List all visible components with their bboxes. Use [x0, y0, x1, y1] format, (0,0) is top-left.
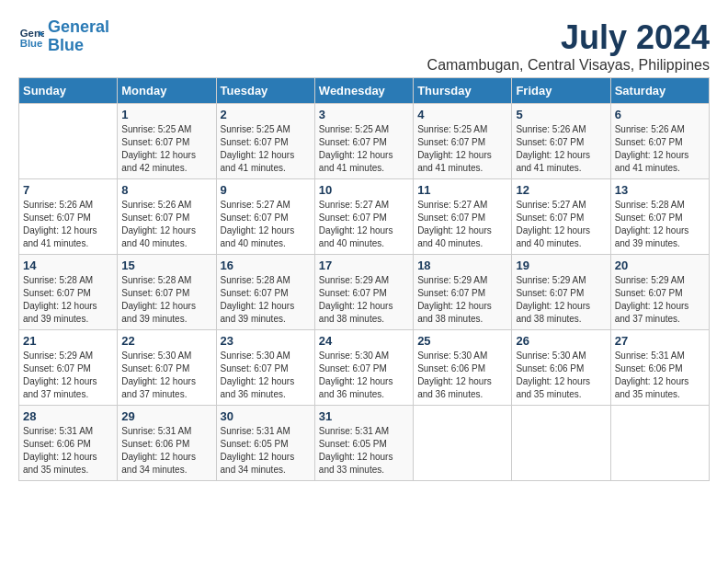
- calendar-cell: 9Sunrise: 5:27 AM Sunset: 6:07 PM Daylig…: [216, 179, 314, 255]
- day-info: Sunrise: 5:30 AM Sunset: 6:06 PM Dayligh…: [417, 350, 507, 401]
- logo-icon: General Blue: [18, 24, 44, 50]
- calendar-cell: 19Sunrise: 5:29 AM Sunset: 6:07 PM Dayli…: [512, 255, 610, 330]
- calendar-week-row: 21Sunrise: 5:29 AM Sunset: 6:07 PM Dayli…: [19, 330, 710, 406]
- title-block: July 2024 Camambugan, Central Visayas, P…: [427, 18, 710, 74]
- calendar-cell: 13Sunrise: 5:28 AM Sunset: 6:07 PM Dayli…: [610, 179, 709, 255]
- day-number: 2: [221, 108, 311, 121]
- day-info: Sunrise: 5:31 AM Sunset: 6:05 PM Dayligh…: [221, 425, 311, 477]
- day-info: Sunrise: 5:28 AM Sunset: 6:07 PM Dayligh…: [121, 274, 211, 326]
- day-info: Sunrise: 5:25 AM Sunset: 6:07 PM Dayligh…: [417, 123, 507, 175]
- weekday-header: Monday: [118, 78, 216, 104]
- calendar-cell: 16Sunrise: 5:28 AM Sunset: 6:07 PM Dayli…: [216, 255, 314, 330]
- calendar-cell: 2Sunrise: 5:25 AM Sunset: 6:07 PM Daylig…: [216, 104, 314, 179]
- calendar-cell: 29Sunrise: 5:31 AM Sunset: 6:06 PM Dayli…: [118, 406, 216, 481]
- weekday-header: Friday: [512, 78, 610, 104]
- day-number: 26: [516, 334, 606, 348]
- day-info: Sunrise: 5:27 AM Sunset: 6:07 PM Dayligh…: [417, 199, 507, 250]
- calendar-cell: 21Sunrise: 5:29 AM Sunset: 6:07 PM Dayli…: [19, 330, 118, 406]
- day-info: Sunrise: 5:30 AM Sunset: 6:07 PM Dayligh…: [319, 350, 409, 401]
- day-info: Sunrise: 5:26 AM Sunset: 6:07 PM Dayligh…: [23, 199, 113, 250]
- day-number: 18: [417, 259, 507, 272]
- day-number: 1: [121, 108, 211, 121]
- day-number: 14: [23, 259, 113, 272]
- day-number: 10: [319, 183, 409, 197]
- logo-line1: General: [48, 17, 109, 36]
- day-number: 28: [23, 409, 113, 423]
- day-number: 5: [516, 108, 606, 121]
- calendar-cell: 31Sunrise: 5:31 AM Sunset: 6:05 PM Dayli…: [314, 406, 413, 481]
- calendar-cell: 26Sunrise: 5:30 AM Sunset: 6:06 PM Dayli…: [512, 330, 610, 406]
- day-info: Sunrise: 5:26 AM Sunset: 6:07 PM Dayligh…: [615, 123, 705, 175]
- weekday-header: Tuesday: [216, 78, 314, 104]
- calendar-cell: 30Sunrise: 5:31 AM Sunset: 6:05 PM Dayli…: [216, 406, 314, 481]
- day-number: 24: [319, 334, 409, 348]
- subtitle: Camambugan, Central Visayas, Philippines: [427, 57, 710, 74]
- day-number: 16: [221, 259, 311, 272]
- day-number: 8: [121, 183, 211, 197]
- calendar-cell: [512, 406, 610, 481]
- day-info: Sunrise: 5:29 AM Sunset: 6:07 PM Dayligh…: [417, 274, 507, 326]
- day-info: Sunrise: 5:30 AM Sunset: 6:07 PM Dayligh…: [221, 350, 311, 401]
- calendar-cell: 4Sunrise: 5:25 AM Sunset: 6:07 PM Daylig…: [414, 104, 512, 179]
- day-number: 19: [516, 259, 606, 272]
- day-number: 6: [615, 108, 705, 121]
- day-number: 11: [417, 183, 507, 197]
- calendar-cell: [19, 104, 118, 179]
- calendar-cell: 5Sunrise: 5:26 AM Sunset: 6:07 PM Daylig…: [512, 104, 610, 179]
- calendar-cell: 14Sunrise: 5:28 AM Sunset: 6:07 PM Dayli…: [19, 255, 118, 330]
- calendar-cell: [610, 406, 709, 481]
- day-number: 20: [615, 259, 705, 272]
- weekday-header: Thursday: [414, 78, 512, 104]
- calendar-cell: 10Sunrise: 5:27 AM Sunset: 6:07 PM Dayli…: [314, 179, 413, 255]
- day-info: Sunrise: 5:29 AM Sunset: 6:07 PM Dayligh…: [319, 274, 409, 326]
- svg-text:Blue: Blue: [20, 37, 43, 48]
- day-info: Sunrise: 5:31 AM Sunset: 6:06 PM Dayligh…: [121, 425, 211, 477]
- calendar-cell: 17Sunrise: 5:29 AM Sunset: 6:07 PM Dayli…: [314, 255, 413, 330]
- weekday-header-row: SundayMondayTuesdayWednesdayThursdayFrid…: [19, 78, 710, 104]
- day-info: Sunrise: 5:29 AM Sunset: 6:07 PM Dayligh…: [23, 350, 113, 401]
- weekday-header: Wednesday: [314, 78, 413, 104]
- day-number: 31: [319, 409, 409, 423]
- day-info: Sunrise: 5:27 AM Sunset: 6:07 PM Dayligh…: [221, 199, 311, 250]
- logo-line2: Blue: [48, 36, 84, 54]
- day-number: 4: [417, 108, 507, 121]
- calendar-cell: 27Sunrise: 5:31 AM Sunset: 6:06 PM Dayli…: [610, 330, 709, 406]
- calendar-cell: 12Sunrise: 5:27 AM Sunset: 6:07 PM Dayli…: [512, 179, 610, 255]
- day-info: Sunrise: 5:30 AM Sunset: 6:06 PM Dayligh…: [516, 350, 606, 401]
- calendar-cell: 25Sunrise: 5:30 AM Sunset: 6:06 PM Dayli…: [414, 330, 512, 406]
- day-info: Sunrise: 5:26 AM Sunset: 6:07 PM Dayligh…: [121, 199, 211, 250]
- day-info: Sunrise: 5:31 AM Sunset: 6:06 PM Dayligh…: [615, 350, 705, 401]
- header: General Blue General Blue July 2024 Cama…: [18, 18, 710, 74]
- logo: General Blue General Blue: [18, 18, 109, 55]
- day-info: Sunrise: 5:28 AM Sunset: 6:07 PM Dayligh…: [615, 199, 705, 250]
- day-number: 25: [417, 334, 507, 348]
- calendar-cell: 15Sunrise: 5:28 AM Sunset: 6:07 PM Dayli…: [118, 255, 216, 330]
- day-number: 22: [121, 334, 211, 348]
- day-info: Sunrise: 5:29 AM Sunset: 6:07 PM Dayligh…: [516, 274, 606, 326]
- day-number: 15: [121, 259, 211, 272]
- calendar-cell: 11Sunrise: 5:27 AM Sunset: 6:07 PM Dayli…: [414, 179, 512, 255]
- calendar-cell: 1Sunrise: 5:25 AM Sunset: 6:07 PM Daylig…: [118, 104, 216, 179]
- calendar-week-row: 28Sunrise: 5:31 AM Sunset: 6:06 PM Dayli…: [19, 406, 710, 481]
- calendar-cell: 22Sunrise: 5:30 AM Sunset: 6:07 PM Dayli…: [118, 330, 216, 406]
- day-number: 29: [121, 409, 211, 423]
- day-info: Sunrise: 5:28 AM Sunset: 6:07 PM Dayligh…: [221, 274, 311, 326]
- calendar-cell: 20Sunrise: 5:29 AM Sunset: 6:07 PM Dayli…: [610, 255, 709, 330]
- calendar-cell: 23Sunrise: 5:30 AM Sunset: 6:07 PM Dayli…: [216, 330, 314, 406]
- day-number: 13: [615, 183, 705, 197]
- day-info: Sunrise: 5:27 AM Sunset: 6:07 PM Dayligh…: [516, 199, 606, 250]
- main-title: July 2024: [427, 18, 710, 57]
- day-number: 12: [516, 183, 606, 197]
- calendar-cell: 24Sunrise: 5:30 AM Sunset: 6:07 PM Dayli…: [314, 330, 413, 406]
- day-number: 17: [319, 259, 409, 272]
- day-number: 7: [23, 183, 113, 197]
- day-number: 3: [319, 108, 409, 121]
- day-number: 27: [615, 334, 705, 348]
- calendar-cell: 8Sunrise: 5:26 AM Sunset: 6:07 PM Daylig…: [118, 179, 216, 255]
- calendar-cell: 6Sunrise: 5:26 AM Sunset: 6:07 PM Daylig…: [610, 104, 709, 179]
- calendar-cell: 7Sunrise: 5:26 AM Sunset: 6:07 PM Daylig…: [19, 179, 118, 255]
- day-info: Sunrise: 5:25 AM Sunset: 6:07 PM Dayligh…: [319, 123, 409, 175]
- weekday-header: Saturday: [610, 78, 709, 104]
- day-info: Sunrise: 5:25 AM Sunset: 6:07 PM Dayligh…: [121, 123, 211, 175]
- calendar-table: SundayMondayTuesdayWednesdayThursdayFrid…: [18, 77, 710, 481]
